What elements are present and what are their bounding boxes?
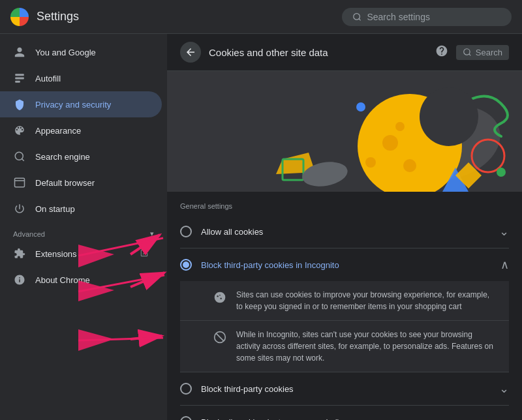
option-block-incognito[interactable]: Block third-party cookies in Incognito ∧ xyxy=(180,248,509,281)
cookie-small-icon xyxy=(213,290,227,305)
external-link-icon xyxy=(140,248,149,260)
sidebar: You and Google Autofill Privacy and secu… xyxy=(0,34,167,420)
content-area: Cookies and other site data Search xyxy=(167,34,522,420)
option-block-all-cookies[interactable]: Block all cookies (not recommended) ⌄ xyxy=(180,406,509,420)
svg-point-17 xyxy=(365,157,376,168)
block-icon xyxy=(213,330,227,344)
sidebar-label-appearance: Appearance xyxy=(35,126,81,136)
cookie-illustration xyxy=(167,71,522,192)
svg-rect-3 xyxy=(15,78,24,80)
browser-icon xyxy=(13,176,26,189)
content-search-icon xyxy=(463,48,472,57)
svg-point-21 xyxy=(356,102,365,112)
content-search-label: Search xyxy=(476,48,502,57)
svg-line-1 xyxy=(359,18,361,20)
sidebar-item-autofill[interactable]: Autofill xyxy=(0,65,162,91)
back-button[interactable] xyxy=(180,42,201,63)
sidebar-label-default-browser: Default browser xyxy=(35,178,95,188)
sidebar-label-privacy-security: Privacy and security xyxy=(35,100,111,110)
radio-block-all xyxy=(180,416,192,420)
option-label-block-all: Block all cookies (not recommended) xyxy=(201,417,490,421)
expanded-text-0: Sites can use cookies to improve your br… xyxy=(236,289,496,312)
chevron-block-incognito: ∧ xyxy=(500,258,509,272)
sidebar-label-extensions: Extensions xyxy=(35,249,77,259)
search-engine-icon xyxy=(13,150,26,163)
autofill-icon xyxy=(13,72,26,85)
chevron-allow-all: ⌄ xyxy=(499,224,509,239)
option-block-incognito-container: Block third-party cookies in Incognito ∧… xyxy=(180,248,509,372)
app-header: Settings xyxy=(0,0,522,34)
radio-inner-block-incognito xyxy=(183,262,189,268)
sidebar-item-appearance[interactable]: Appearance xyxy=(0,117,162,143)
sidebar-item-about-chrome[interactable]: About Chrome xyxy=(0,267,162,293)
chevron-down-icon: ▾ xyxy=(150,230,154,238)
search-input[interactable] xyxy=(367,12,501,22)
svg-point-15 xyxy=(382,135,398,151)
svg-rect-2 xyxy=(15,74,24,76)
expanded-item-1: While in Incognito, sites can't use your… xyxy=(180,321,509,372)
sidebar-label-you-and-google: You and Google xyxy=(35,48,96,57)
expanded-item-0: Sites can use cookies to improve your br… xyxy=(180,281,509,321)
chevron-block-all: ⌄ xyxy=(499,415,509,420)
svg-point-18 xyxy=(395,122,405,131)
sidebar-item-privacy-security[interactable]: Privacy and security xyxy=(0,91,162,117)
sidebar-label-search-engine: Search engine xyxy=(35,152,90,162)
sidebar-item-default-browser[interactable]: Default browser xyxy=(0,170,162,196)
option-label-block-third-party: Block third-party cookies xyxy=(201,384,490,394)
svg-line-31 xyxy=(216,333,224,341)
power-icon xyxy=(13,202,26,215)
svg-point-27 xyxy=(217,295,219,297)
header-actions: Search xyxy=(435,44,509,61)
svg-point-0 xyxy=(354,13,360,20)
appearance-icon xyxy=(13,124,26,137)
section-label: General settings xyxy=(180,202,509,210)
person-icon xyxy=(13,46,26,59)
svg-point-16 xyxy=(403,159,416,172)
help-icon[interactable] xyxy=(435,44,448,61)
search-icon xyxy=(352,12,361,22)
sidebar-item-extensions[interactable]: Extensions xyxy=(0,241,162,267)
content-header: Cookies and other site data Search xyxy=(167,34,522,71)
global-search-bar[interactable] xyxy=(342,8,512,26)
chevron-block-third-party: ⌄ xyxy=(499,382,509,396)
sidebar-label-on-startup: On startup xyxy=(35,204,75,214)
info-icon xyxy=(13,273,26,286)
shield-icon xyxy=(13,98,26,111)
settings-content: General settings Allow all cookies ⌄ Blo… xyxy=(167,192,522,420)
svg-point-9 xyxy=(464,49,470,55)
svg-point-14 xyxy=(420,87,478,146)
radio-allow-all xyxy=(180,226,192,237)
sidebar-label-about-chrome: About Chrome xyxy=(35,275,90,285)
expanded-text-1: While in Incognito, sites can't use your… xyxy=(236,329,496,364)
svg-rect-7 xyxy=(15,178,25,187)
svg-point-29 xyxy=(219,295,221,296)
svg-rect-4 xyxy=(15,81,20,83)
option-allow-all-cookies[interactable]: Allow all cookies ⌄ xyxy=(180,215,509,248)
chrome-logo xyxy=(10,8,29,26)
svg-point-26 xyxy=(215,292,226,303)
main-layout: You and Google Autofill Privacy and secu… xyxy=(0,34,522,420)
option-block-third-party[interactable]: Block third-party cookies ⌄ xyxy=(180,372,509,406)
puzzle-icon xyxy=(13,247,26,260)
svg-line-10 xyxy=(469,54,471,56)
svg-line-6 xyxy=(22,158,23,160)
sidebar-item-on-startup[interactable]: On startup xyxy=(0,196,162,222)
advanced-section-label: Advanced ▾ xyxy=(0,222,167,241)
radio-block-third-party xyxy=(180,383,192,395)
option-label-block-incognito: Block third-party cookies in Incognito xyxy=(201,260,491,270)
content-search-bar[interactable]: Search xyxy=(456,45,509,60)
page-title: Cookies and other site data xyxy=(209,47,328,58)
svg-point-28 xyxy=(220,297,222,299)
sidebar-label-autofill: Autofill xyxy=(35,74,61,83)
radio-block-incognito xyxy=(180,259,192,271)
svg-point-5 xyxy=(15,152,23,160)
expanded-section: Sites can use cookies to improve your br… xyxy=(180,281,509,372)
svg-point-20 xyxy=(497,168,506,177)
option-label-allow-all: Allow all cookies xyxy=(201,227,490,237)
sidebar-item-you-and-google[interactable]: You and Google xyxy=(0,39,162,65)
app-title: Settings xyxy=(37,10,79,23)
sidebar-item-search-engine[interactable]: Search engine xyxy=(0,143,162,170)
